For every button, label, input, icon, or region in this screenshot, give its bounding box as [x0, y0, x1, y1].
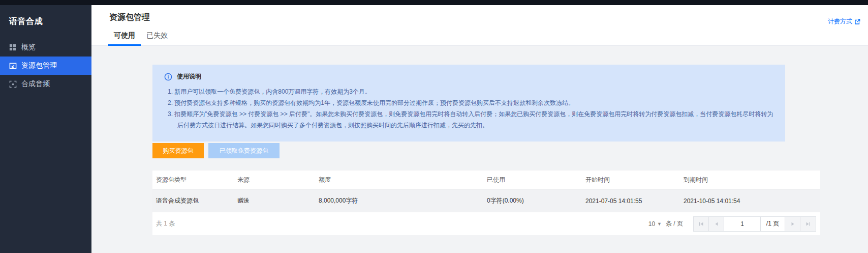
cell-source: 赠送 [237, 196, 319, 205]
first-page-button[interactable] [694, 217, 709, 231]
page-size-select[interactable]: 10 ▼ [648, 220, 662, 228]
cell-start-time: 2021-07-05 14:01:55 [585, 198, 684, 205]
cell-quota: 8,000,000字符 [319, 196, 487, 205]
top-navbar [0, 0, 868, 5]
prev-page-button[interactable] [709, 217, 724, 231]
table-header-row: 资源包类型 来源 额度 已使用 开始时间 到期时间 [152, 171, 820, 190]
sidebar-item-label: 合成音频 [21, 79, 50, 89]
cell-package-type: 语音合成资源包 [156, 196, 237, 205]
package-icon [9, 62, 17, 70]
sidebar-item-label: 概览 [21, 43, 36, 52]
column-header-used: 已使用 [487, 176, 585, 184]
total-pages-label: /1 页 [761, 217, 785, 231]
notice-item: 1. 新用户可以领取一个免费资源包，内含800万调用字符，有效期为3个月。 [168, 86, 774, 97]
cell-expire-time: 2021-10-05 14:01:54 [684, 198, 815, 205]
sidebar-item-label: 资源包管理 [21, 61, 57, 70]
billing-method-link[interactable]: 计费方式 [828, 17, 860, 26]
info-icon [164, 73, 172, 81]
page-number-input[interactable] [724, 217, 761, 231]
external-link-icon [854, 19, 860, 25]
content-area: 使用说明 1. 新用户可以领取一个免费资源包，内含800万调用字符，有效期为3个… [91, 46, 868, 253]
billing-link-label: 计费方式 [828, 17, 852, 26]
column-header-quota: 额度 [319, 176, 487, 184]
product-title: 语音合成 [0, 5, 91, 27]
column-header-type: 资源包类型 [156, 176, 237, 184]
next-page-button[interactable] [785, 217, 800, 231]
page-title: 资源包管理 [109, 12, 150, 23]
table-row: 语音合成资源包 赠送 8,000,000字符 0字符(0.00%) 2021-0… [152, 190, 820, 212]
tabs: 可使用 已失效 [91, 25, 868, 46]
audio-scan-icon [9, 80, 17, 88]
column-header-start-time: 开始时间 [585, 176, 684, 184]
tab-expired[interactable]: 已失效 [141, 25, 173, 45]
column-header-source: 来源 [237, 176, 319, 184]
caret-down-icon: ▼ [657, 221, 662, 227]
cell-used: 0字符(0.00%) [487, 196, 585, 205]
sidebar: 语音合成 概览 资源包管理 合成音频 [0, 5, 91, 253]
sidebar-item-synthesized-audio[interactable]: 合成音频 [0, 75, 91, 93]
column-header-expire-time: 到期时间 [684, 176, 815, 184]
tab-available[interactable]: 可使用 [108, 25, 141, 45]
notice-item: 3. 扣费顺序为"免费资源包 >> 付费资源包 >> 后付费"。如果您未购买付费… [168, 108, 774, 131]
grid-icon [9, 43, 17, 51]
pagination: 10 ▼ 条 / 页 /1 页 [648, 216, 816, 232]
notice-list: 1. 新用户可以领取一个免费资源包，内含800万调用字符，有效期为3个月。 2.… [168, 86, 774, 131]
claimed-free-package-button[interactable]: 已领取免费资源包 [208, 143, 280, 158]
page-size-label: 条 / 页 [666, 219, 683, 228]
page-controls: /1 页 [693, 216, 816, 232]
table-footer: 共 1 条 10 ▼ 条 / 页 /1 页 [152, 212, 820, 235]
last-page-button[interactable] [800, 217, 816, 231]
sidebar-nav: 概览 资源包管理 合成音频 [0, 38, 91, 93]
total-count: 共 1 条 [156, 219, 175, 228]
notice-item: 2. 预付费资源包支持多种规格，购买的资源包有效期均为1年，资源包额度未使用完的… [168, 97, 774, 108]
action-buttons: 购买资源包 已领取免费资源包 [152, 143, 280, 158]
sidebar-item-overview[interactable]: 概览 [0, 38, 91, 57]
buy-package-button[interactable]: 购买资源包 [152, 143, 204, 158]
notice-title: 使用说明 [177, 72, 201, 81]
page-size-value: 10 [648, 220, 655, 228]
package-table-card: 资源包类型 来源 额度 已使用 开始时间 到期时间 语音合成资源包 赠送 8,0… [152, 171, 820, 235]
notice-header: 使用说明 [164, 72, 774, 81]
usage-notice: 使用说明 1. 新用户可以领取一个免费资源包，内含800万调用字符，有效期为3个… [152, 65, 785, 142]
page-header: 资源包管理 计费方式 可使用 已失效 [91, 5, 868, 46]
sidebar-item-resource-packages[interactable]: 资源包管理 [0, 57, 91, 75]
